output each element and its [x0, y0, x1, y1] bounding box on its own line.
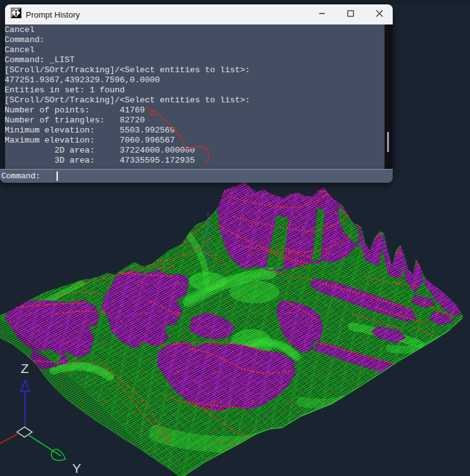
svg-text:Y: Y — [72, 461, 81, 475]
svg-text:Z: Z — [21, 361, 29, 376]
